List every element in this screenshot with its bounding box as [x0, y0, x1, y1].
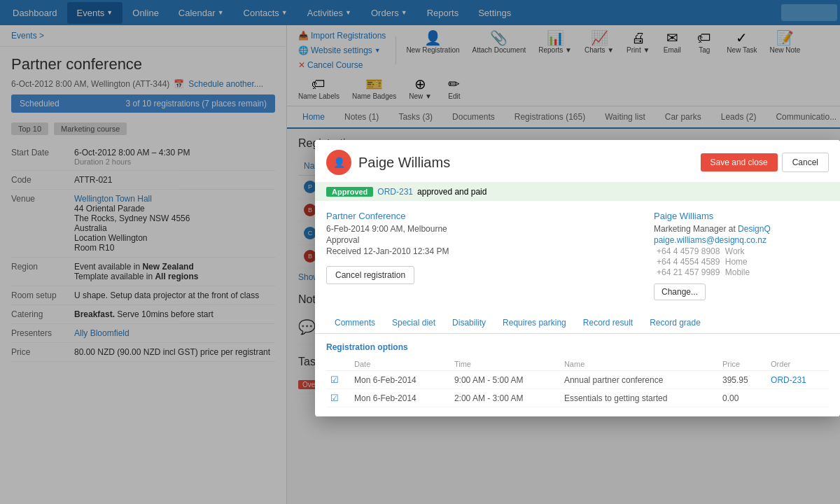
modal-event-approval: Approval [326, 235, 640, 245]
modal-tab-disability[interactable]: Disability [444, 313, 494, 334]
modal-event-date: 6-Feb-2014 9:00 AM, Melbourne [326, 224, 640, 234]
modal-tab-comments[interactable]: Comments [326, 313, 384, 334]
modal-header: 👤 Paige Williams Save and close Cancel [315, 140, 840, 183]
modal-tab-parking[interactable]: Requires parking [494, 313, 575, 334]
modal-cancel-button[interactable]: Cancel [782, 153, 829, 172]
modal-phone-work: +64 4 4579 8908 Work [654, 246, 829, 256]
modal-options: Registration options Date Time Name Pric… [315, 334, 840, 416]
change-button[interactable]: Change... [654, 284, 706, 300]
modal-person-name[interactable]: Paige Williams [654, 211, 829, 221]
modal-event-received: Received 12-Jan-2010 12:34 PM [326, 246, 640, 256]
order-link[interactable]: ORD-231 [771, 375, 806, 385]
org-link[interactable]: DesignQ [738, 224, 771, 234]
modal-tabs: Comments Special diet Disability Require… [315, 313, 840, 334]
save-and-close-button[interactable]: Save and close [701, 153, 778, 172]
email-link[interactable]: paige.williams@designq.co.nz [654, 235, 766, 245]
modal-person-email: paige.williams@designq.co.nz [654, 235, 829, 245]
col-order: Order [766, 358, 829, 371]
modal-phone-mobile: +64 21 457 9989 Mobile [654, 267, 829, 277]
checkbox-checked-icon[interactable]: ☑ [330, 393, 339, 403]
modal-options-title: Registration options [326, 342, 829, 352]
options-row: ☑ Mon 6-Feb-2014 2:00 AM - 3:00 AM Essen… [326, 389, 829, 407]
checkbox-checked-icon[interactable]: ☑ [330, 374, 339, 385]
modal-approved-bar: Approved ORD-231 approved and paid [315, 183, 840, 201]
order-number-link[interactable]: ORD-231 [377, 187, 413, 197]
modal-event-name[interactable]: Partner Conference [326, 211, 640, 221]
approved-badge: Approved [326, 187, 373, 197]
cancel-registration-button[interactable]: Cancel registration [326, 266, 414, 284]
col-price: Price [718, 358, 766, 371]
registration-modal: 👤 Paige Williams Save and close Cancel A… [315, 140, 840, 416]
options-table: Date Time Name Price Order ☑ Mon 6-Feb-2… [326, 358, 829, 407]
modal-left: Partner Conference 6-Feb-2014 9:00 AM, M… [326, 211, 640, 300]
modal-phone-home: +64 4 4554 4589 Home [654, 257, 829, 267]
modal-tab-special-diet[interactable]: Special diet [384, 313, 444, 334]
modal-right: Paige Williams Marketing Manager at Desi… [654, 211, 829, 300]
col-date: Date [350, 358, 450, 371]
modal-tab-record-grade[interactable]: Record grade [641, 313, 709, 334]
modal-title: Paige Williams [358, 155, 701, 171]
options-row: ☑ Mon 6-Feb-2014 9:00 AM - 5:00 AM Annua… [326, 371, 829, 389]
col-name: Name [560, 358, 718, 371]
status-text: approved and paid [417, 187, 486, 197]
modal-tab-record-result[interactable]: Record result [575, 313, 641, 334]
modal-person-role: Marketing Manager at DesignQ [654, 224, 829, 234]
col-time: Time [450, 358, 560, 371]
modal-avatar: 👤 [326, 150, 351, 175]
modal-body: Partner Conference 6-Feb-2014 9:00 AM, M… [315, 201, 840, 310]
